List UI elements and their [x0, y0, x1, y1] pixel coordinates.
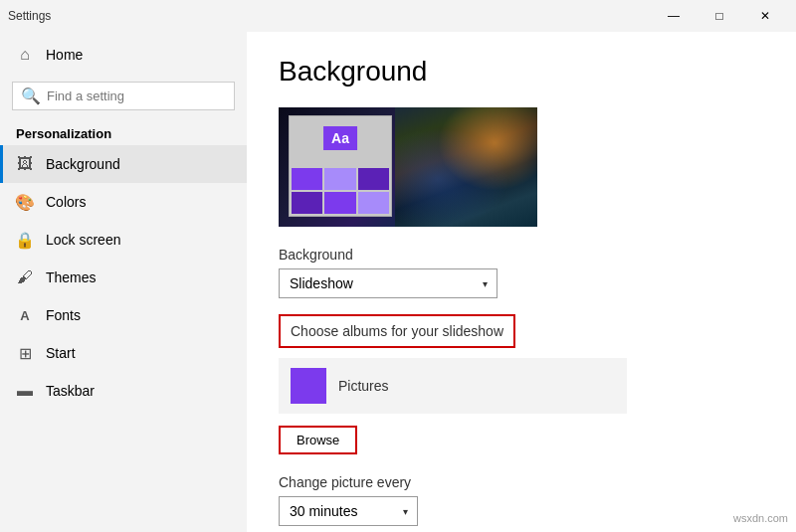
background-preview: Aa [279, 107, 537, 227]
choose-albums-label: Choose albums for your slideshow [291, 323, 503, 339]
main-content: Background Aa [247, 32, 796, 532]
sidebar-item-label-colors: Colors [46, 194, 86, 210]
preview-block-5 [358, 168, 389, 190]
background-icon: 🖼 [16, 155, 34, 173]
titlebar-title: Settings [8, 9, 51, 23]
maximize-button[interactable]: □ [696, 0, 742, 32]
sidebar: ⌂ Home 🔍 Personalization 🖼 Background 🎨 … [0, 32, 247, 532]
preview-aa-label: Aa [323, 126, 357, 150]
taskbar-icon: ▬ [16, 382, 34, 400]
browse-button[interactable]: Browse [279, 426, 357, 454]
titlebar-controls: — □ ✕ [651, 0, 788, 32]
start-icon: ⊞ [16, 344, 34, 362]
sidebar-section-title: Personalization [0, 118, 247, 145]
sidebar-item-label-fonts: Fonts [46, 307, 81, 323]
minimize-button[interactable]: — [651, 0, 696, 32]
close-button[interactable]: ✕ [742, 0, 788, 32]
preview-theme-inner [290, 166, 391, 216]
themes-icon: 🖌 [16, 268, 34, 286]
sidebar-item-label-themes: Themes [46, 269, 97, 285]
sidebar-item-themes[interactable]: 🖌 Themes [0, 259, 247, 296]
search-input[interactable] [47, 89, 226, 103]
colors-icon: 🎨 [16, 193, 34, 211]
background-dropdown-container: Picture Solid color Slideshow ▾ [279, 268, 498, 298]
sidebar-item-taskbar[interactable]: ▬ Taskbar [0, 372, 247, 410]
page-title: Background [279, 56, 764, 88]
app-container: ⌂ Home 🔍 Personalization 🖼 Background 🎨 … [0, 32, 796, 532]
lock-screen-icon: 🔒 [16, 231, 34, 249]
interval-dropdown[interactable]: 1 minute 10 minutes 30 minutes 1 hour 6 … [279, 496, 418, 526]
sidebar-item-colors[interactable]: 🎨 Colors [0, 183, 247, 221]
fonts-icon: A [16, 306, 34, 324]
album-list: Pictures [279, 358, 627, 414]
preview-theme-bar-3 [358, 168, 389, 214]
sidebar-item-label-taskbar: Taskbar [46, 383, 95, 399]
sidebar-item-label-start: Start [46, 345, 76, 361]
album-thumbnail [291, 368, 326, 404]
sidebar-home-button[interactable]: ⌂ Home [0, 32, 247, 78]
preview-block-4 [324, 192, 355, 214]
sidebar-item-label-background: Background [46, 156, 120, 172]
sidebar-item-start[interactable]: ⊞ Start [0, 334, 247, 372]
sidebar-item-lock-screen[interactable]: 🔒 Lock screen [0, 221, 247, 259]
titlebar: Settings — □ ✕ [0, 0, 796, 32]
background-dropdown[interactable]: Picture Solid color Slideshow [279, 268, 498, 298]
album-name: Pictures [338, 378, 389, 394]
preview-theme-bar-1 [292, 168, 322, 214]
search-icon: 🔍 [21, 87, 41, 105]
sidebar-item-fonts[interactable]: A Fonts [0, 296, 247, 334]
background-section-label: Background [279, 247, 764, 263]
preview-block-6 [358, 192, 389, 214]
preview-block-2 [292, 192, 322, 214]
sidebar-item-label-lock-screen: Lock screen [46, 232, 120, 248]
preview-theme-window: Aa [289, 115, 392, 217]
sidebar-search-box[interactable]: 🔍 [12, 82, 235, 110]
preview-bg-right [395, 107, 537, 227]
sidebar-home-label: Home [46, 47, 83, 63]
choose-albums-section: Choose albums for your slideshow [279, 314, 515, 348]
interval-label: Change picture every [279, 474, 764, 490]
watermark: wsxdn.com [733, 512, 788, 524]
preview-block-3 [324, 168, 355, 190]
preview-theme-bar-2 [324, 168, 355, 214]
album-item: Pictures [279, 358, 627, 414]
sidebar-item-background[interactable]: 🖼 Background [0, 145, 247, 183]
preview-block-1 [292, 168, 322, 190]
interval-dropdown-container: 1 minute 10 minutes 30 minutes 1 hour 6 … [279, 496, 418, 526]
home-icon: ⌂ [16, 46, 34, 64]
